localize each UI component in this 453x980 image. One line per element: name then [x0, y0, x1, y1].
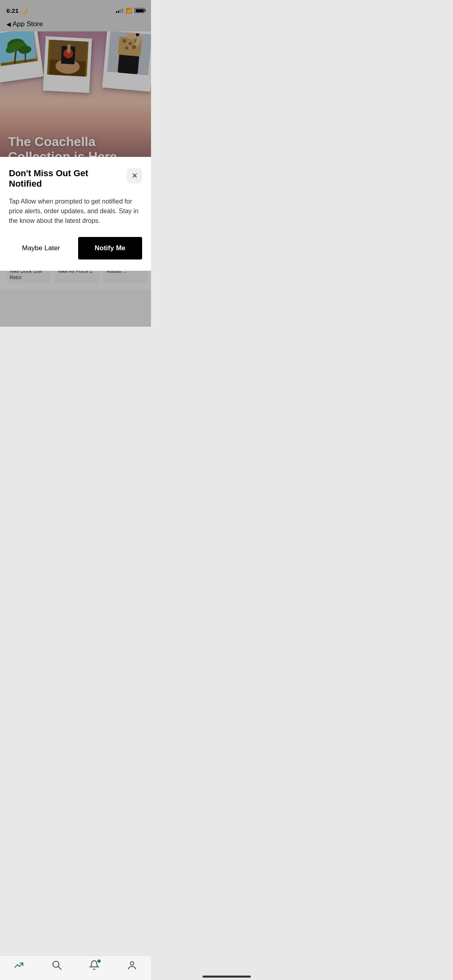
modal-close-button[interactable]: ✕	[127, 168, 142, 183]
maybe-later-button[interactable]: Maybe Later	[9, 237, 73, 259]
modal-header: Don't Miss Out Get Notified ✕	[9, 168, 142, 189]
close-icon: ✕	[132, 171, 138, 180]
notification-modal: Don't Miss Out Get Notified ✕ Tap Allow …	[0, 157, 151, 271]
notify-me-button[interactable]: Notify Me	[78, 237, 143, 259]
modal-buttons: Maybe Later Notify Me	[9, 237, 142, 259]
modal-body: Tap Allow when prompted to get notified …	[9, 197, 142, 226]
modal-title: Don't Miss Out Get Notified	[9, 168, 105, 189]
